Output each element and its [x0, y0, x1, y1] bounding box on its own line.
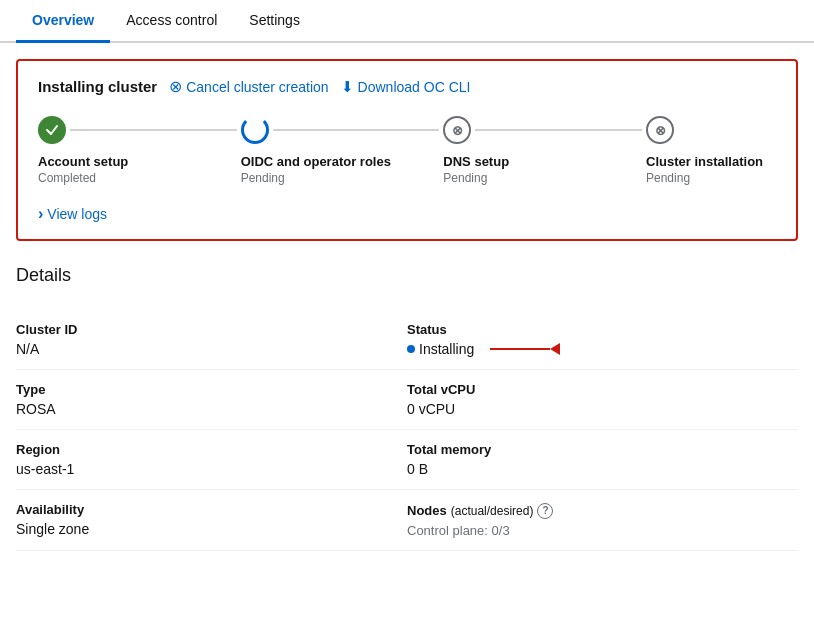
detail-memory: Total memory 0 B [407, 430, 798, 490]
arrow-line [490, 348, 550, 350]
step-cluster-installation: ⊗ Cluster installation Pending [646, 116, 776, 185]
tab-settings[interactable]: Settings [233, 0, 316, 43]
detail-label-vcpu: Total vCPU [407, 382, 798, 397]
step-status-2: Pending [241, 171, 391, 185]
detail-label-type: Type [16, 382, 407, 397]
tabs-nav: Overview Access control Settings [0, 0, 814, 43]
detail-label-nodes: Nodes (actual/desired) ? [407, 503, 553, 519]
step-icon-row-2 [241, 116, 444, 144]
detail-label-cluster-id: Cluster ID [16, 322, 407, 337]
download-label: Download OC CLI [358, 79, 471, 95]
detail-cluster-id: Cluster ID N/A [16, 310, 407, 370]
detail-vcpu: Total vCPU 0 vCPU [407, 370, 798, 430]
step-icon-pending-x-2: ⊗ [646, 116, 674, 144]
info-icon[interactable]: ? [537, 503, 553, 519]
detail-status: Status Installing [407, 310, 798, 370]
step-label-1: Account setup [38, 154, 128, 169]
step-icon-row-4: ⊗ [646, 116, 776, 144]
details-grid: Cluster ID N/A Status Installing Type RO… [16, 310, 798, 551]
step-label-4: Cluster installation [646, 154, 763, 169]
install-header: Installing cluster ⊗ Cancel cluster crea… [38, 77, 776, 96]
detail-label-memory: Total memory [407, 442, 798, 457]
step-label-2: OIDC and operator roles [241, 154, 391, 169]
step-content-2: OIDC and operator roles Pending [241, 152, 391, 185]
detail-region: Region us-east-1 [16, 430, 407, 490]
detail-availability: Availability Single zone [16, 490, 407, 551]
step-content-3: DNS setup Pending [443, 152, 509, 185]
tab-overview[interactable]: Overview [16, 0, 110, 43]
step-icon-spinning [241, 116, 269, 144]
detail-label-region: Region [16, 442, 407, 457]
step-connector-3 [475, 129, 642, 131]
cancel-label: Cancel cluster creation [186, 79, 328, 95]
view-logs-label: View logs [47, 206, 107, 222]
step-status-4: Pending [646, 171, 763, 185]
step-content-4: Cluster installation Pending [646, 152, 763, 185]
install-banner: Installing cluster ⊗ Cancel cluster crea… [16, 59, 798, 241]
step-icon-row-1 [38, 116, 241, 144]
step-status-1: Completed [38, 171, 128, 185]
detail-value-type: ROSA [16, 401, 407, 417]
detail-value-nodes: Control plane: 0/3 [407, 523, 798, 538]
download-oc-cli-link[interactable]: ⬇ Download OC CLI [341, 78, 471, 96]
step-account-setup: Account setup Completed [38, 116, 241, 185]
tab-access-control[interactable]: Access control [110, 0, 233, 43]
chevron-right-icon: › [38, 205, 43, 223]
detail-value-vcpu: 0 vCPU [407, 401, 798, 417]
detail-value-region: us-east-1 [16, 461, 407, 477]
detail-value-availability: Single zone [16, 521, 407, 537]
status-dot [407, 345, 415, 353]
step-content-1: Account setup Completed [38, 152, 128, 185]
step-status-3: Pending [443, 171, 509, 185]
step-icon-completed [38, 116, 66, 144]
step-oidc-roles: OIDC and operator roles Pending [241, 116, 444, 185]
step-icon-pending-x-1: ⊗ [443, 116, 471, 144]
view-logs-link[interactable]: › View logs [38, 205, 107, 223]
cancel-cluster-link[interactable]: ⊗ Cancel cluster creation [169, 77, 328, 96]
status-text: Installing [419, 341, 474, 357]
detail-nodes: Nodes (actual/desired) ? Control plane: … [407, 490, 798, 551]
install-title: Installing cluster [38, 78, 157, 95]
nodes-sublabel: (actual/desired) [451, 504, 534, 518]
nodes-label-text: Nodes [407, 503, 447, 518]
arrow-head [550, 343, 560, 355]
steps-container: Account setup Completed OIDC and operato… [38, 116, 776, 185]
download-icon: ⬇ [341, 78, 354, 96]
step-connector-2 [273, 129, 440, 131]
detail-value-memory: 0 B [407, 461, 798, 477]
detail-label-availability: Availability [16, 502, 407, 517]
step-connector-1 [70, 129, 237, 131]
detail-value-status: Installing [407, 341, 798, 357]
details-title: Details [16, 265, 798, 294]
step-label-3: DNS setup [443, 154, 509, 169]
arrow-annotation [490, 343, 560, 355]
detail-label-status: Status [407, 322, 798, 337]
cancel-icon: ⊗ [169, 77, 182, 96]
detail-type: Type ROSA [16, 370, 407, 430]
step-dns-setup: ⊗ DNS setup Pending [443, 116, 646, 185]
details-section: Details Cluster ID N/A Status Installing… [0, 257, 814, 567]
step-icon-row-3: ⊗ [443, 116, 646, 144]
detail-value-cluster-id: N/A [16, 341, 407, 357]
